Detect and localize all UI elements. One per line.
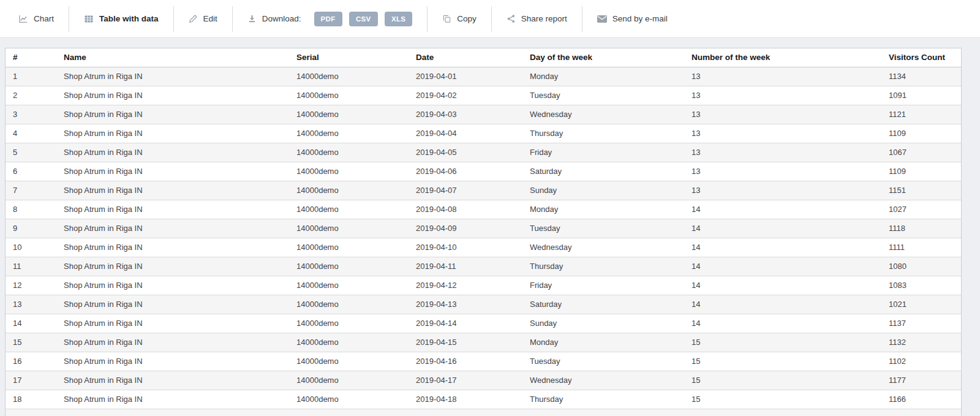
cell-date: 2019-04-02 [409, 86, 522, 105]
table-body: 1Shop Atrum in Riga IN14000demo2019-04-0… [6, 67, 961, 409]
cell-index: 3 [6, 105, 56, 124]
cell-visitors-count: 1132 [881, 333, 961, 352]
cell-date: 2019-04-08 [409, 200, 522, 219]
cell-index: 12 [6, 276, 56, 295]
cell-date: 2019-04-15 [409, 333, 522, 352]
cell-day-of-week: Thursday [522, 257, 684, 276]
cell-week-number: 13 [684, 162, 881, 181]
cell-name: Shop Atrum in Riga IN [56, 276, 289, 295]
cell-week-number: 13 [684, 181, 881, 200]
cell-name: Shop Atrum in Riga IN [56, 105, 289, 124]
download-pdf-button[interactable]: PDF [314, 12, 342, 26]
download-xls-button[interactable]: XLS [385, 12, 412, 26]
table-grid-icon [84, 14, 94, 24]
cell-week-number: 14 [684, 276, 881, 295]
table-row: 9Shop Atrum in Riga IN14000demo2019-04-0… [6, 219, 961, 238]
cell-index: 9 [6, 219, 56, 238]
cell-week-number: 15 [684, 371, 881, 390]
cell-week-number: 15 [684, 333, 881, 352]
copy-button[interactable]: Copy [428, 6, 492, 32]
table-row: 8Shop Atrum in Riga IN14000demo2019-04-0… [6, 200, 961, 219]
cell-day-of-week: Friday [522, 276, 684, 295]
tab-table-with-data[interactable]: Table with data [69, 6, 174, 32]
cell-week-number: 13 [684, 86, 881, 105]
download-label: Download: [262, 14, 301, 23]
cell-date: 2019-04-16 [409, 352, 522, 371]
column-header-week-number: Number of the week [684, 48, 881, 67]
cell-name: Shop Atrum in Riga IN [56, 162, 289, 181]
cell-serial: 14000demo [289, 371, 409, 390]
cell-name: Shop Atrum in Riga IN [56, 181, 289, 200]
table-row: 4Shop Atrum in Riga IN14000demo2019-04-0… [6, 124, 961, 143]
copy-button-label: Copy [457, 14, 477, 23]
envelope-icon [597, 15, 607, 23]
cell-index: 16 [6, 352, 56, 371]
cell-name: Shop Atrum in Riga IN [56, 371, 289, 390]
cell-week-number: 15 [684, 352, 881, 371]
cell-serial: 14000demo [289, 314, 409, 333]
cell-visitors-count: 1080 [881, 257, 961, 276]
cell-day-of-week: Wednesday [522, 238, 684, 257]
cell-date: 2019-04-06 [409, 162, 522, 181]
cell-name: Shop Atrum in Riga IN [56, 200, 289, 219]
table-row: 3Shop Atrum in Riga IN14000demo2019-04-0… [6, 105, 961, 124]
table-row: 14Shop Atrum in Riga IN14000demo2019-04-… [6, 314, 961, 333]
download-csv-button[interactable]: CSV [349, 12, 378, 26]
edit-button-label: Edit [203, 14, 217, 23]
cell-serial: 14000demo [289, 390, 409, 409]
cell-week-number: 14 [684, 257, 881, 276]
cell-week-number: 14 [684, 219, 881, 238]
cell-index: 18 [6, 390, 56, 409]
cell-visitors-count: 1021 [881, 295, 961, 314]
cell-date: 2019-04-14 [409, 314, 522, 333]
cell-serial: 14000demo [289, 86, 409, 105]
copy-icon [442, 14, 451, 23]
cell-week-number: 13 [684, 67, 881, 86]
cell-name: Shop Atrum in Riga IN [56, 314, 289, 333]
table-row: 5Shop Atrum in Riga IN14000demo2019-04-0… [6, 143, 961, 162]
cell-name: Shop Atrum in Riga IN [56, 219, 289, 238]
share-report-button[interactable]: Share report [492, 6, 582, 32]
tab-chart-label: Chart [34, 14, 54, 23]
share-report-label: Share report [521, 14, 567, 23]
send-by-email-button[interactable]: Send by e-mail [582, 6, 682, 32]
cell-name: Shop Atrum in Riga IN [56, 67, 289, 86]
cell-serial: 14000demo [289, 276, 409, 295]
cell-date: 2019-04-12 [409, 276, 522, 295]
cell-index: 13 [6, 295, 56, 314]
cell-week-number: 14 [684, 200, 881, 219]
cell-day-of-week: Tuesday [522, 86, 684, 105]
cell-week-number: 13 [684, 124, 881, 143]
tab-chart[interactable]: Chart [4, 6, 69, 32]
cell-visitors-count: 1121 [881, 105, 961, 124]
cell-name: Shop Atrum in Riga IN [56, 124, 289, 143]
cell-day-of-week: Sunday [522, 181, 684, 200]
cell-date: 2019-04-03 [409, 105, 522, 124]
report-table-panel: # Name Serial Date Day of the week Numbe… [5, 48, 962, 416]
cell-date: 2019-04-05 [409, 143, 522, 162]
table-row: 13Shop Atrum in Riga IN14000demo2019-04-… [6, 295, 961, 314]
cell-serial: 14000demo [289, 295, 409, 314]
cell-visitors-count: 1091 [881, 86, 961, 105]
table-header-row: # Name Serial Date Day of the week Numbe… [6, 48, 961, 67]
edit-button[interactable]: Edit [174, 6, 233, 32]
partial-next-row [6, 409, 961, 416]
cell-visitors-count: 1102 [881, 352, 961, 371]
cell-index: 2 [6, 86, 56, 105]
download-icon [247, 14, 257, 23]
cell-visitors-count: 1067 [881, 143, 961, 162]
cell-day-of-week: Wednesday [522, 105, 684, 124]
table-row: 1Shop Atrum in Riga IN14000demo2019-04-0… [6, 67, 961, 86]
cell-date: 2019-04-04 [409, 124, 522, 143]
cell-week-number: 14 [684, 238, 881, 257]
cell-serial: 14000demo [289, 67, 409, 86]
cell-date: 2019-04-17 [409, 371, 522, 390]
cell-day-of-week: Wednesday [522, 371, 684, 390]
tab-table-label: Table with data [99, 14, 159, 23]
cell-visitors-count: 1151 [881, 181, 961, 200]
cell-visitors-count: 1027 [881, 200, 961, 219]
cell-name: Shop Atrum in Riga IN [56, 352, 289, 371]
cell-date: 2019-04-11 [409, 257, 522, 276]
cell-date: 2019-04-01 [409, 67, 522, 86]
cell-date: 2019-04-09 [409, 219, 522, 238]
